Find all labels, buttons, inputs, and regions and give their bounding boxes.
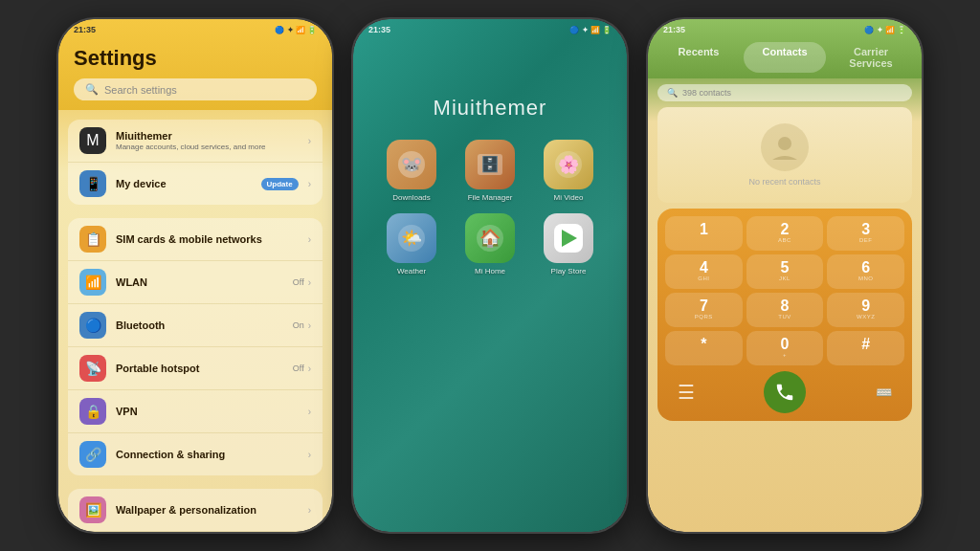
sim-label: SIM cards & mobile networks [116, 233, 299, 245]
app-grid: 🐭 Downloads 🗄️ File Manager 🌸 Mi Video 🌤… [359, 140, 621, 276]
device-chevron: › [308, 179, 311, 189]
status-icons-2: 🔵 ✦ 📶 🔋 [569, 26, 612, 34]
hotspot-item[interactable]: 📡 Portable hotspot Off › [68, 347, 323, 390]
dialer-key-star[interactable]: * [665, 331, 743, 365]
filemanager-label: File Manager [468, 193, 513, 202]
section-divider-2 [58, 479, 332, 485]
hotspot-right: Off › [293, 364, 311, 374]
phone-settings: 21:35 🔵 ✦ 📶 🔋 Settings 🔍 Search settings… [56, 17, 334, 534]
wlan-icon: 📶 [79, 269, 106, 296]
vpn-icon: 🔒 [79, 398, 106, 425]
tab-recents[interactable]: Recents [657, 42, 740, 73]
dialer-bottom: ☰ ⌨️ [665, 371, 904, 413]
key-letters-7: PQRS [669, 314, 739, 321]
update-badge[interactable]: Update [261, 178, 299, 190]
device-label: My device [116, 178, 252, 189]
app-filemanager[interactable]: 🗄️ File Manager [457, 140, 523, 202]
connection-item[interactable]: 🔗 Connection & sharing › [68, 433, 323, 475]
sim-text: SIM cards & mobile networks [116, 233, 299, 245]
dialer-key-hash[interactable]: # [827, 331, 904, 365]
status-bar-1: 21:35 🔵 ✦ 📶 🔋 [58, 19, 332, 40]
device-item[interactable]: 📱 My device Update › [68, 163, 323, 205]
mihome-label: Mi Home [475, 267, 505, 276]
key-num-3: 3 [831, 222, 901, 237]
app-playstore[interactable]: Play Store [535, 213, 602, 276]
key-num-9: 9 [831, 298, 901, 314]
dialer-key-0[interactable]: 0 + [746, 331, 824, 365]
vpn-item[interactable]: 🔒 VPN › [68, 390, 323, 433]
wallpaper-chevron: › [308, 505, 311, 516]
network-section: 📋 SIM cards & mobile networks › 📶 WLAN O… [68, 218, 323, 475]
dialer-key-2[interactable]: 2 ABC [746, 216, 824, 251]
app-downloads[interactable]: 🐭 Downloads [378, 140, 445, 202]
call-button[interactable] [764, 371, 806, 413]
key-letters-6: MNO [831, 276, 901, 283]
dialer-key-8[interactable]: 8 TUV [746, 293, 824, 327]
dialer-grid: 1 2 ABC 3 DEF 4 GHI 5 JKL [665, 216, 904, 365]
dialer-keypad-toggle[interactable]: ⌨️ [866, 375, 901, 409]
contacts-avatar [761, 123, 809, 171]
app-weather[interactable]: 🌤️ Weather [378, 213, 445, 276]
key-num-4: 4 [669, 260, 739, 276]
dialer-key-1[interactable]: 1 [665, 216, 743, 251]
key-num-0: 0 [750, 337, 820, 352]
bluetooth-label: Bluetooth [116, 320, 283, 331]
tab-carrier[interactable]: Carrier Services [830, 42, 912, 73]
svg-text:🌤️: 🌤️ [401, 228, 423, 249]
bluetooth-item[interactable]: 🔵 Bluetooth On › [68, 304, 323, 347]
dialer-key-7[interactable]: 7 PQRS [665, 293, 743, 327]
vpn-text: VPN [116, 406, 299, 417]
key-num-6: 6 [831, 260, 901, 276]
contacts-search-bar[interactable]: 🔍 398 contacts [657, 84, 912, 101]
contacts-search-placeholder: 398 contacts [682, 88, 731, 98]
home-title: Miuithemer [434, 96, 547, 121]
app-mivideo[interactable]: 🌸 Mi Video [535, 140, 602, 202]
connection-chevron: › [308, 450, 311, 460]
wallpaper-item[interactable]: 🖼️ Wallpaper & personalization › [68, 489, 323, 532]
sim-item[interactable]: 📋 SIM cards & mobile networks › [68, 218, 323, 261]
wlan-text: WLAN [116, 276, 283, 288]
mihome-icon: 🏠 [465, 213, 515, 263]
hotspot-text: Portable hotspot [116, 363, 283, 374]
account-item[interactable]: M Miuithemer Manage accounts, cloud serv… [68, 120, 323, 163]
key-num-7: 7 [669, 298, 739, 314]
search-icon: 🔍 [85, 83, 99, 96]
svg-point-12 [778, 137, 791, 150]
section-divider-1 [58, 209, 332, 214]
dialer-key-4[interactable]: 4 GHI [665, 254, 743, 289]
settings-search-bar[interactable]: 🔍 Search settings [74, 78, 317, 100]
weather-label: Weather [397, 267, 426, 276]
wlan-item[interactable]: 📶 WLAN Off › [68, 261, 323, 304]
app-mihome[interactable]: 🏠 Mi Home [457, 213, 523, 276]
key-num-5: 5 [750, 260, 820, 276]
phone-home: 21:35 🔵 ✦ 📶 🔋 Miuithemer 🐭 Downloads 🗄️ … [351, 17, 629, 534]
key-num-hash: # [831, 337, 901, 352]
settings-title: Settings [74, 46, 317, 71]
device-text: My device [116, 178, 252, 189]
status-icons-1: 🔵 ✦ 📶 🔋 [275, 26, 317, 34]
tab-contacts[interactable]: Contacts [744, 42, 826, 73]
account-sub: Manage accounts, cloud services, and mor… [116, 143, 299, 151]
key-letters-3: DEF [831, 237, 901, 245]
dialer-key-6[interactable]: 6 MNO [827, 254, 904, 289]
key-num-star: * [669, 337, 739, 352]
svg-text:🗄️: 🗄️ [480, 155, 500, 173]
dialer-key-5[interactable]: 5 JKL [746, 254, 824, 289]
wlan-right: Off › [293, 277, 311, 288]
dialer: 1 2 ABC 3 DEF 4 GHI 5 JKL [657, 209, 912, 421]
key-letters-4: GHI [669, 276, 739, 283]
bluetooth-icon: 🔵 [79, 312, 106, 339]
wallpaper-label: Wallpaper & personalization [116, 504, 299, 516]
key-letters-8: TUV [750, 314, 820, 321]
downloads-label: Downloads [392, 193, 431, 202]
mivideo-label: Mi Video [554, 193, 584, 202]
settings-content: M Miuithemer Manage accounts, cloud serv… [58, 110, 332, 532]
key-num-1: 1 [669, 222, 739, 237]
svg-text:🌸: 🌸 [558, 154, 580, 175]
contacts-empty-state: No recent contacts [657, 107, 912, 203]
dialer-key-3[interactable]: 3 DEF [827, 216, 904, 251]
mivideo-icon: 🌸 [544, 140, 593, 189]
key-letters-5: JKL [750, 276, 820, 283]
dialer-menu-button[interactable]: ☰ [669, 375, 703, 409]
dialer-key-9[interactable]: 9 WXYZ [827, 293, 904, 327]
